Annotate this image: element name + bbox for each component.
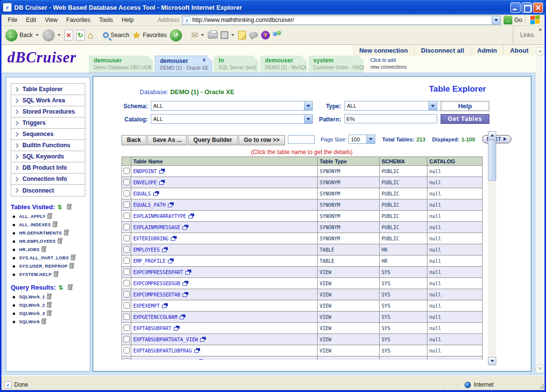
print-button[interactable] bbox=[208, 32, 218, 39]
menu-edit[interactable]: Edit bbox=[21, 15, 40, 25]
trash-icon[interactable] bbox=[68, 285, 72, 290]
row-checkbox[interactable] bbox=[123, 269, 130, 275]
get-tables-button[interactable]: Get Tables bbox=[441, 114, 489, 124]
back-button[interactable]: ← Back bbox=[5, 29, 33, 41]
trash-icon[interactable] bbox=[53, 222, 57, 227]
go-button[interactable]: → Go bbox=[504, 16, 522, 24]
open-window-icon[interactable] bbox=[180, 314, 185, 319]
row-checkbox[interactable] bbox=[123, 213, 130, 219]
trash-icon[interactable] bbox=[47, 294, 51, 299]
connection-tab-customer-order-hsql[interactable]: systemCustomer Order - HSQL bbox=[308, 56, 364, 73]
history-button[interactable]: ↺ bbox=[170, 29, 182, 41]
links-bar[interactable]: Links bbox=[513, 26, 541, 44]
row-checkbox[interactable] bbox=[123, 235, 130, 241]
save-as-button[interactable]: Save As ... bbox=[147, 135, 187, 145]
header-link-disconnect-all[interactable]: Disconnect all bbox=[414, 45, 470, 56]
help-button[interactable]: Help bbox=[441, 101, 489, 111]
row-checkbox[interactable] bbox=[123, 246, 130, 253]
row-checkbox[interactable] bbox=[123, 190, 130, 196]
trash-icon[interactable] bbox=[47, 303, 51, 308]
maximize-button[interactable] bbox=[522, 2, 532, 13]
menu-file[interactable]: File bbox=[3, 15, 21, 25]
connection-tab-demo-database-db2-udb[interactable]: demouserDemo Database DB2 UDB bbox=[89, 56, 153, 73]
sidebar-item-triggers[interactable]: Triggers bbox=[11, 118, 85, 129]
open-window-icon[interactable] bbox=[159, 169, 165, 174]
row-checkbox[interactable] bbox=[123, 314, 130, 320]
overflow-chevron-icon[interactable]: » bbox=[539, 26, 542, 32]
minimize-button[interactable] bbox=[510, 2, 521, 13]
open-window-icon[interactable] bbox=[162, 247, 168, 252]
open-window-icon[interactable] bbox=[182, 225, 188, 230]
chevron-down-icon[interactable] bbox=[366, 135, 375, 143]
visited-table-all-apply[interactable]: ALL_APPLY bbox=[13, 214, 85, 219]
back-button[interactable]: Back bbox=[121, 135, 146, 145]
table-name-link-equals[interactable]: EQUALS bbox=[133, 191, 151, 196]
stop-button[interactable]: ✕ bbox=[64, 30, 73, 40]
messenger-yahoo-button[interactable]: Y bbox=[261, 31, 270, 39]
chevron-down-icon[interactable] bbox=[428, 101, 437, 110]
sidebar-item-disconnect[interactable]: Disconnect bbox=[11, 185, 85, 196]
table-name-link-equals-path[interactable]: EQUALS_PATH bbox=[133, 202, 165, 208]
visited-table-sys-all-part-lobs[interactable]: SYS.ALL_PART_LOBS bbox=[13, 255, 85, 260]
table-name-link-expcompressedpart[interactable]: EXPCOMPRESSEDPART bbox=[133, 270, 183, 275]
row-checkbox[interactable] bbox=[123, 302, 130, 309]
sidebar-item-connection-info[interactable]: Connection Info bbox=[11, 174, 85, 185]
trash-icon[interactable] bbox=[64, 231, 68, 235]
table-name-link-exptabsubpart[interactable]: EXPTABSUBPART bbox=[133, 326, 171, 331]
table-name-link-explainmvmessage[interactable]: EXPLAINMVMESSAGE bbox=[133, 225, 180, 230]
resize-button[interactable] bbox=[221, 31, 228, 39]
header-link-about[interactable]: About bbox=[503, 45, 535, 56]
table-name-link-expcompressedtab[interactable]: EXPCOMPRESSEDTAB bbox=[133, 292, 180, 297]
mail-dropdown-icon[interactable] bbox=[201, 34, 204, 36]
mail-button[interactable]: ✉ bbox=[191, 30, 198, 40]
add-connection-hint[interactable]: Click to addnew connections bbox=[370, 57, 407, 73]
query-builder-button[interactable]: Query Builder bbox=[188, 135, 237, 145]
table-name-link-emp-profile[interactable]: EMP_PROFILE bbox=[133, 258, 165, 264]
table-scrollbar[interactable] bbox=[488, 131, 496, 365]
open-window-icon[interactable] bbox=[174, 326, 180, 331]
open-window-icon[interactable] bbox=[188, 214, 194, 218]
open-window-icon[interactable] bbox=[182, 281, 188, 286]
row-checkbox[interactable] bbox=[123, 347, 130, 353]
row-checkbox[interactable] bbox=[123, 257, 130, 264]
trash-icon[interactable] bbox=[54, 272, 58, 277]
home-button[interactable]: ⌂ bbox=[88, 30, 94, 41]
table-name-link-exteriorring[interactable]: EXTERIORRING bbox=[133, 236, 168, 241]
tab-close-icon[interactable]: x bbox=[202, 57, 205, 62]
sidebar-item-builtin-functions[interactable]: Builtin Functions bbox=[11, 140, 85, 151]
page-size-select[interactable]: 100 bbox=[348, 135, 375, 144]
trash-icon[interactable] bbox=[67, 205, 71, 210]
catalog-select[interactable]: ALL bbox=[151, 114, 313, 124]
row-checkbox[interactable] bbox=[123, 201, 130, 208]
trash-icon[interactable] bbox=[47, 214, 52, 219]
scroll-down-icon[interactable] bbox=[488, 357, 496, 365]
menu-view[interactable]: View bbox=[40, 15, 62, 25]
header-link-admin[interactable]: Admin bbox=[470, 45, 503, 56]
table-name-link-endpoint[interactable]: ENDPOINT bbox=[133, 169, 157, 174]
row-checkbox[interactable] bbox=[123, 325, 130, 331]
refresh-list-icon[interactable]: ⇅ bbox=[58, 204, 62, 211]
menu-help[interactable]: Help bbox=[117, 15, 138, 25]
open-window-icon[interactable] bbox=[168, 202, 174, 207]
menu-tools[interactable]: Tools bbox=[95, 15, 117, 25]
sidebar-item-db-product-info[interactable]: DB Product Info bbox=[11, 162, 85, 174]
connection-tab-sql-server-test[interactable]: hrSQL Server (test) bbox=[214, 56, 259, 73]
visited-table-hr-departments[interactable]: HR.DEPARTMENTS bbox=[13, 231, 85, 235]
scroll-down-icon[interactable] bbox=[536, 365, 544, 373]
trash-icon[interactable] bbox=[41, 247, 46, 252]
sidebar-item-sql-work-area[interactable]: SQL Work Area bbox=[11, 95, 85, 106]
row-checkbox[interactable] bbox=[123, 291, 130, 297]
schema-select[interactable]: ALL bbox=[151, 101, 313, 111]
resize-dropdown-icon[interactable] bbox=[231, 34, 234, 36]
messenger-msn-button[interactable] bbox=[273, 31, 283, 39]
forward-dropdown-icon[interactable] bbox=[58, 34, 61, 36]
visited-table-all-indexes[interactable]: ALL_INDEXES bbox=[13, 222, 85, 227]
close-button[interactable] bbox=[533, 2, 543, 13]
table-name-link-envelope[interactable]: ENVELOPE bbox=[133, 180, 157, 185]
trash-icon[interactable] bbox=[71, 255, 75, 260]
table-name-link-exptabsubpartlobfrag[interactable]: EXPTABSUBPARTLOBFRAG bbox=[133, 348, 192, 353]
open-window-icon[interactable] bbox=[194, 348, 200, 353]
table-name-link-explainmvarraytype[interactable]: EXPLAINMVARRAYTYPE bbox=[133, 214, 186, 219]
sidebar-item-table-explorer[interactable]: Table Explorer bbox=[11, 84, 85, 95]
open-window-icon[interactable] bbox=[159, 180, 165, 185]
